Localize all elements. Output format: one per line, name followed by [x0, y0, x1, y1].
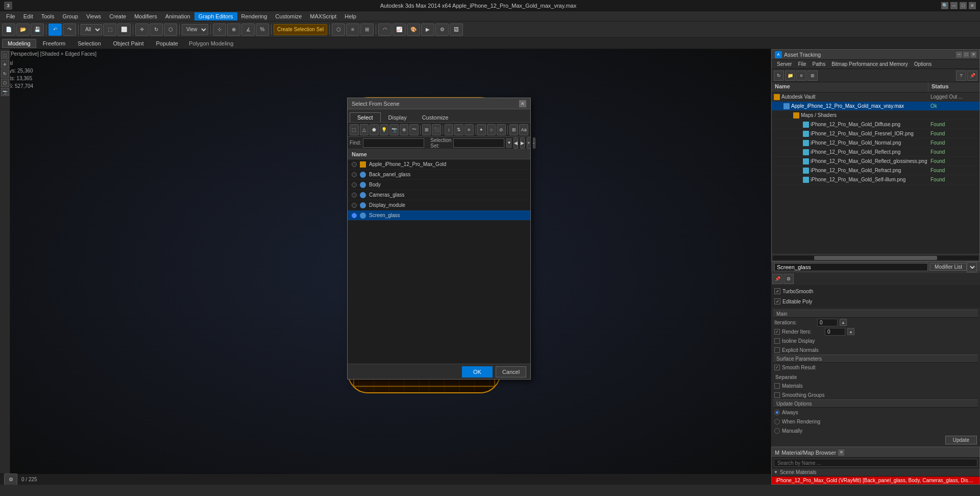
toolbar-snap[interactable]: ⊹: [213, 23, 226, 36]
toolbar-layer[interactable]: ⊞: [360, 23, 374, 36]
asset-btn-reload[interactable]: ↻: [774, 70, 784, 81]
tree-item-selfillum[interactable]: iPhone_12_Pro_Max_Gold_Self-illum.png Fo…: [772, 175, 979, 184]
menu-file[interactable]: File: [2, 12, 19, 20]
dialog-list[interactable]: ≡: [464, 124, 474, 135]
asset-btn-help[interactable]: ?: [956, 70, 966, 81]
toolbar-snap2[interactable]: ⊕: [227, 23, 240, 36]
toolbar-percent-snap[interactable]: %: [256, 23, 269, 36]
render-iters-up[interactable]: ▲: [847, 328, 854, 335]
dialog-case-sensitive[interactable]: Aa: [519, 124, 528, 135]
asset-menu-file[interactable]: File: [795, 61, 809, 67]
asset-hscroll[interactable]: [772, 254, 979, 261]
dialog-all-shapes[interactable]: ⬚: [350, 124, 359, 135]
left-rotate[interactable]: ↻: [1, 69, 9, 78]
list-item-cameras[interactable]: Cameras_glass: [348, 190, 530, 200]
toolbar-rotate[interactable]: ↻: [150, 23, 163, 36]
update-button[interactable]: Update: [945, 436, 977, 444]
tree-item-reflect-gloss[interactable]: iPhone_12_Pro_Max_Gold_Reflect_glossines…: [772, 157, 979, 166]
tree-item-refract[interactable]: iPhone_12_Pro_Max_Gold_Refract.png Found: [772, 166, 979, 175]
turbosmooth-check[interactable]: ✓: [774, 288, 780, 294]
toolbar-render-settings[interactable]: ⚙: [435, 23, 449, 36]
toolbar-angle-snap[interactable]: ∡: [241, 23, 255, 36]
menu-graph-editors[interactable]: Graph Editors: [194, 12, 237, 20]
view-dropdown[interactable]: View: [182, 24, 208, 35]
dialog-spacewarps[interactable]: 〜: [409, 124, 419, 135]
mat-browser-close[interactable]: ✕: [838, 450, 844, 456]
list-item-back-panel[interactable]: Back_panel_glass: [348, 170, 530, 180]
toolbar-graph[interactable]: 📈: [393, 23, 406, 36]
menu-customize[interactable]: Customize: [271, 12, 306, 20]
toolbar-open[interactable]: 📂: [16, 23, 30, 36]
toolbar-curve[interactable]: ◠: [378, 23, 391, 36]
render-iters-check[interactable]: ✓: [774, 329, 780, 335]
win-maximize[interactable]: □: [960, 2, 967, 9]
section-update[interactable]: Update Options: [773, 399, 978, 408]
selection-add[interactable]: +: [527, 137, 530, 149]
subtab-object-paint[interactable]: Object Paint: [108, 39, 150, 48]
render-iters-input[interactable]: [825, 328, 845, 336]
dialog-tab-select[interactable]: Select: [350, 112, 381, 122]
dialog-invert[interactable]: ⬛: [432, 124, 441, 135]
mod-configure[interactable]: ⚙: [783, 274, 794, 284]
asset-menu-bitmap[interactable]: Bitmap Performance and Memory: [828, 61, 911, 67]
section-surface[interactable]: Surface Parameters: [773, 355, 978, 363]
tree-item-maps[interactable]: Maps / Shaders: [772, 111, 979, 120]
toolbar-align[interactable]: ≡: [346, 23, 359, 36]
time-config-btn[interactable]: ⚙: [4, 474, 17, 485]
always-radio[interactable]: [774, 410, 780, 415]
toolbar-material[interactable]: 🎨: [407, 23, 420, 36]
subtab-modeling[interactable]: Modeling: [2, 39, 36, 48]
dialog-helpers[interactable]: ⊕: [400, 124, 409, 135]
asset-menu-server[interactable]: Server: [774, 61, 795, 67]
selection-dropdown[interactable]: ▼: [506, 138, 511, 148]
list-item-display[interactable]: Display_module: [348, 200, 530, 210]
left-move[interactable]: ✛: [1, 60, 9, 68]
hscroll-track[interactable]: [773, 256, 978, 260]
selection-next[interactable]: ▶: [520, 137, 525, 149]
dialog-select-all[interactable]: ✦: [477, 124, 486, 135]
scene-materials-label[interactable]: Scene Materials: [772, 468, 979, 477]
smooth-result-check[interactable]: ✓: [774, 365, 780, 370]
tree-item-normal[interactable]: iPhone_12_Pro_Max_Gold_Normal.png Found: [772, 138, 979, 148]
menu-edit[interactable]: Edit: [19, 12, 37, 20]
modifier-turbossmooth[interactable]: ✓ TurboSmooth: [772, 286, 979, 296]
asset-btn-list[interactable]: ≡: [796, 70, 806, 81]
menu-maxscript[interactable]: MAXScript: [306, 12, 340, 20]
materials-check[interactable]: [774, 383, 780, 389]
smoothing-groups-check[interactable]: [774, 392, 780, 398]
left-scale[interactable]: ⬡: [1, 79, 9, 87]
object-name-input[interactable]: [774, 263, 928, 271]
dialog-cameras[interactable]: 📷: [389, 124, 399, 135]
selection-del[interactable]: -: [533, 137, 535, 149]
toolbar-select[interactable]: ⬚: [103, 23, 116, 36]
dialog-close-btn[interactable]: ✕: [519, 100, 526, 107]
mod-pin[interactable]: 📌: [772, 274, 782, 284]
panel-minimize[interactable]: ─: [956, 52, 962, 58]
asset-menu-paths[interactable]: Paths: [810, 61, 829, 67]
dialog-list[interactable]: Apple_iPhone_12_Pro_Max_Gold Back_panel_…: [348, 159, 530, 364]
dialog-shapes[interactable]: ⬟: [370, 124, 379, 135]
menu-views[interactable]: Views: [82, 12, 105, 20]
tree-item-vault[interactable]: Autodesk Vault Logged Out ...: [772, 92, 979, 102]
tree-item-maxfile[interactable]: Apple_iPhone_12_Pro_Max_Gold_max_vray.ma…: [772, 102, 979, 111]
dialog-titlebar[interactable]: Select From Scene ✕: [348, 98, 530, 109]
section-main[interactable]: Main: [773, 310, 978, 318]
toolbar-mirror[interactable]: ⬡: [332, 23, 345, 36]
menu-tools[interactable]: Tools: [37, 12, 59, 20]
modifier-list-btn[interactable]: Modifier List: [930, 263, 967, 271]
cancel-btn[interactable]: Cancel: [496, 366, 526, 377]
iterations-up[interactable]: ▲: [840, 319, 847, 326]
toolbar-undo[interactable]: ↶: [48, 23, 62, 36]
subtab-selection[interactable]: Selection: [72, 39, 106, 48]
menu-animation[interactable]: Animation: [161, 12, 194, 20]
subtab-freeform[interactable]: Freeform: [37, 39, 71, 48]
dialog-sort2[interactable]: ⇅: [454, 124, 463, 135]
isoline-check[interactable]: [774, 338, 780, 344]
win-minimize[interactable]: ─: [950, 2, 958, 9]
dialog-geometry[interactable]: △: [360, 124, 369, 135]
left-camera[interactable]: 📷: [1, 88, 9, 96]
dialog-tab-display[interactable]: Display: [381, 112, 414, 122]
toolbar-move[interactable]: ✛: [135, 23, 149, 36]
create-selection-btn[interactable]: Create Selection Sel: [274, 24, 327, 35]
selection-prev[interactable]: ◀: [513, 137, 518, 149]
